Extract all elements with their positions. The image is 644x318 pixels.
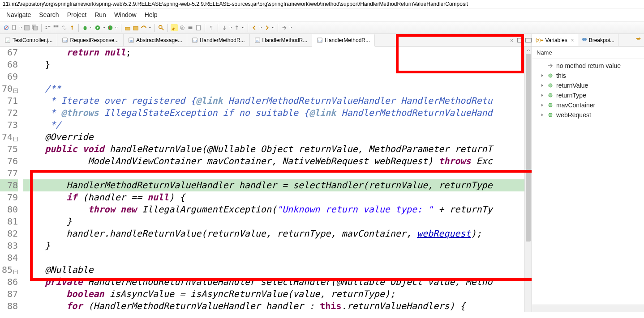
code-line[interactable]: } <box>23 240 532 252</box>
expand-icon[interactable] <box>540 83 545 88</box>
right-tab-variables[interactable]: (x)=Variables× <box>532 34 578 46</box>
code-line[interactable]: @Override <box>23 131 532 143</box>
tab-5[interactable]: 10HandlerMethodR... <box>312 34 375 47</box>
scroll-thumb[interactable] <box>526 54 531 242</box>
code-line[interactable]: } <box>23 59 532 71</box>
code-line[interactable]: HandlerMethodReturnValueHandler handler … <box>23 179 532 191</box>
variable-row[interactable]: returnType <box>532 90 644 100</box>
svg-point-11 <box>84 26 87 30</box>
menu-run[interactable]: Run <box>94 11 106 18</box>
variables-menu-icon[interactable] <box>632 36 644 44</box>
back-icon[interactable] <box>251 24 258 31</box>
show-whitespace-icon[interactable]: ¶ <box>208 24 215 31</box>
code-line[interactable]: for (HandlerMethodReturnValueHandler han… <box>23 300 532 312</box>
forward-nav-dropdown-icon[interactable] <box>289 26 292 30</box>
toggle-highlight-icon[interactable] <box>171 24 178 31</box>
code-line[interactable]: if (handler == null) { <box>23 191 532 204</box>
fold-icon[interactable]: − <box>13 89 18 93</box>
fold-icon[interactable]: − <box>13 270 18 274</box>
code-line[interactable]: return null; <box>23 47 532 59</box>
code-line[interactable]: public void handleReturnValue(@Nullable … <box>23 143 532 155</box>
variable-row[interactable]: this <box>532 71 644 81</box>
variable-row[interactable]: returnValue <box>532 81 644 90</box>
code-line[interactable]: boolean isAsyncValue = isAsyncReturnValu… <box>23 288 532 300</box>
next-annotation-icon[interactable] <box>221 24 228 31</box>
new-dropdown-icon[interactable] <box>19 26 22 30</box>
new-server-icon[interactable] <box>124 24 131 31</box>
task-icon[interactable] <box>195 24 202 31</box>
annotate-icon[interactable]: a <box>179 24 186 31</box>
code-line[interactable] <box>23 71 532 83</box>
tab-1[interactable]: 10RequestResponse... <box>57 34 124 46</box>
scroll-up-arrow[interactable] <box>525 47 532 54</box>
prev-annotation-icon[interactable] <box>233 24 240 31</box>
forward-nav-icon[interactable] <box>281 24 288 31</box>
maximize-icon[interactable] <box>525 38 532 42</box>
code-line[interactable]: @Nullable <box>23 264 532 276</box>
code-editor[interactable]: 67686970−71727374−7576777879808182838485… <box>0 47 532 312</box>
menu-project[interactable]: Project <box>67 11 87 18</box>
print-icon[interactable] <box>187 24 194 31</box>
variable-row[interactable]: no method return value <box>532 61 644 71</box>
back-dropdown-icon[interactable] <box>259 26 262 30</box>
menu-help[interactable]: Help <box>145 11 158 18</box>
code-line[interactable]: throw new IllegalArgumentException("Unkn… <box>23 204 532 216</box>
type-hierarchy-icon[interactable] <box>140 24 147 31</box>
toggle-mark-icon[interactable] <box>52 24 60 31</box>
new-icon[interactable] <box>11 24 18 31</box>
code-line[interactable]: } <box>23 216 532 228</box>
code-line[interactable]: private HandlerMethodReturnValueHandler … <box>23 276 532 288</box>
expand-icon[interactable] <box>540 113 545 117</box>
coverage-icon[interactable] <box>107 24 114 31</box>
code-line[interactable]: /** <box>23 83 532 95</box>
variable-row[interactable]: mavContainer <box>532 100 644 110</box>
prev-annotation-dropdown-icon[interactable] <box>241 26 245 30</box>
code-line[interactable] <box>23 167 532 179</box>
minimize-icon[interactable] <box>517 38 524 42</box>
expand-icon[interactable] <box>540 73 545 78</box>
svg-point-41 <box>549 103 552 107</box>
pin-icon[interactable] <box>69 24 76 31</box>
save-all-icon[interactable] <box>31 24 39 31</box>
variables-panel: (x)=Variables×Breakpoi... Name no method… <box>532 34 644 312</box>
next-annotation-dropdown-icon[interactable] <box>229 26 232 30</box>
forward-dropdown-icon[interactable] <box>271 26 275 30</box>
menu-navigate[interactable]: Navigate <box>6 11 31 18</box>
code-line[interactable]: */ <box>23 119 532 131</box>
right-tab-breakpoi...[interactable]: Breakpoi... <box>578 34 618 46</box>
switch-icon[interactable] <box>60 24 68 31</box>
debug-dropdown-icon[interactable] <box>90 26 93 30</box>
code-line[interactable]: * Iterate over registered {@link Handler… <box>23 95 532 107</box>
skip-breakpoints-icon[interactable] <box>3 24 10 31</box>
tab-3[interactable]: 10HandlerMethodR... <box>187 34 250 46</box>
variable-row[interactable]: webRequest <box>532 110 644 120</box>
new-package-icon[interactable] <box>132 24 139 31</box>
code-line[interactable]: * @throws IllegalStateException if no su… <box>23 107 532 119</box>
editor-scrollbar[interactable] <box>524 47 532 312</box>
code-line[interactable]: handler.handleReturnValue(returnValue, r… <box>23 228 532 240</box>
debug-icon[interactable] <box>82 24 89 31</box>
tab-4[interactable]: 10HandlerMethodR... <box>250 34 313 46</box>
tab-close-icon[interactable]: × <box>510 38 515 43</box>
run-dropdown-icon[interactable] <box>102 26 106 30</box>
fold-icon[interactable]: − <box>13 137 18 141</box>
right-tab-close-icon[interactable]: × <box>571 37 574 43</box>
code-content[interactable]: return null; } /** * Iterate over regist… <box>21 47 532 312</box>
menu-search[interactable]: Search <box>39 11 59 18</box>
save-icon[interactable] <box>23 24 30 31</box>
hierarchy-dropdown-icon[interactable] <box>148 26 152 30</box>
code-line[interactable] <box>23 252 532 264</box>
tab-2[interactable]: 10AbstractMessage... <box>124 34 187 46</box>
line-number: 75 <box>0 143 18 155</box>
tab-0[interactable]: JTestController.j... <box>0 34 57 46</box>
code-line[interactable]: ModelAndViewContainer mavContainer, Nati… <box>23 155 532 167</box>
run-icon[interactable] <box>94 24 101 31</box>
line-number: 86 <box>0 276 18 288</box>
coverage-dropdown-icon[interactable] <box>115 26 118 30</box>
search-icon[interactable] <box>158 24 165 31</box>
expand-icon[interactable] <box>540 93 545 98</box>
toggle-breadcrumb-icon[interactable] <box>44 24 52 31</box>
menu-window[interactable]: Window <box>114 11 137 18</box>
expand-icon[interactable] <box>540 103 545 107</box>
forward-icon[interactable] <box>263 24 270 31</box>
